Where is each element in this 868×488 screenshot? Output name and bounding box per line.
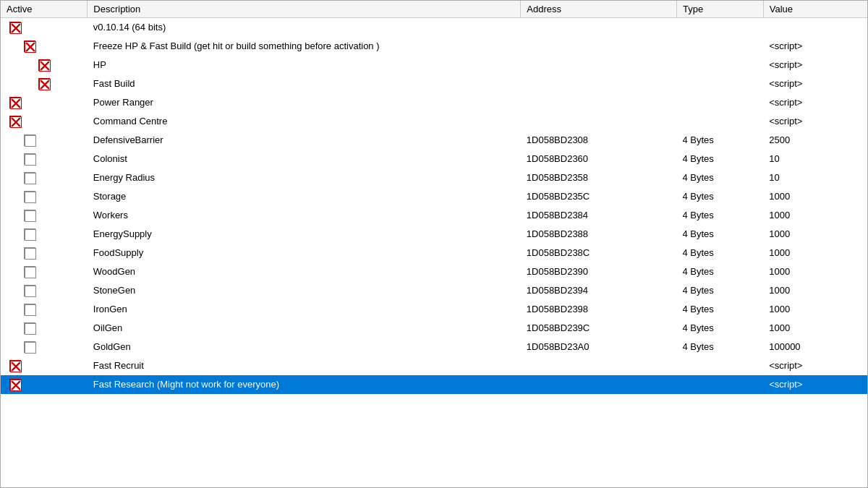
table-row[interactable]: v0.10.14 (64 bits) — [1, 18, 867, 37]
svg-rect-29 — [25, 342, 36, 353]
description-cell: Energy Radius — [88, 168, 521, 187]
value-cell: <script> — [763, 37, 867, 56]
address-cell: 1D058BD239C — [521, 319, 677, 338]
value-cell: <script> — [763, 112, 867, 131]
checkbox-empty[interactable] — [24, 210, 35, 221]
checkbox-cross[interactable] — [38, 78, 50, 90]
address-cell — [521, 356, 677, 375]
table-row[interactable]: WoodGen1D058BD23904 Bytes1000 — [1, 262, 867, 281]
table-row[interactable]: FoodSupply1D058BD238C4 Bytes1000 — [1, 244, 867, 262]
description-cell: Freeze HP & Fast Build (get hit or build… — [88, 37, 521, 56]
checkbox-cross[interactable] — [9, 97, 21, 108]
checkbox-empty[interactable] — [24, 266, 35, 278]
value-cell: 1000 — [763, 244, 867, 262]
description-cell: v0.10.14 (64 bits) — [88, 18, 521, 37]
checkbox-cross[interactable] — [9, 116, 21, 127]
checkbox-empty[interactable] — [24, 247, 35, 259]
checkbox-empty[interactable] — [24, 304, 35, 315]
table-row[interactable]: StoneGen1D058BD23944 Bytes1000 — [1, 281, 867, 300]
table-row[interactable]: Storage1D058BD235C4 Bytes1000 — [1, 187, 867, 206]
type-cell — [676, 112, 763, 131]
address-cell: 1D058BD235C — [521, 187, 677, 206]
value-cell: 1000 — [763, 206, 867, 225]
table-row[interactable]: DefensiveBarrier1D058BD23084 Bytes2500 — [1, 131, 867, 150]
address-cell: 1D058BD2358 — [521, 168, 677, 187]
table-row[interactable]: Freeze HP & Fast Build (get hit or build… — [1, 37, 867, 56]
table-row[interactable]: OilGen1D058BD239C4 Bytes1000 — [1, 319, 867, 338]
table-row[interactable]: Colonist1D058BD23604 Bytes10 — [1, 150, 867, 168]
checkbox-empty[interactable] — [24, 285, 35, 296]
checkbox-cross[interactable] — [38, 59, 50, 71]
table-row[interactable]: Power Ranger<script> — [1, 93, 867, 112]
description-cell: OilGen — [88, 319, 521, 338]
table-row[interactable]: Energy Radius1D058BD23584 Bytes10 — [1, 168, 867, 187]
table-row[interactable]: Fast Build<script> — [1, 74, 867, 93]
value-cell: <script> — [763, 93, 867, 112]
value-cell: 2500 — [763, 131, 867, 150]
checkbox-empty[interactable] — [24, 172, 35, 184]
svg-rect-28 — [25, 323, 36, 334]
address-cell: 1D058BD2394 — [521, 281, 677, 300]
table-row[interactable]: Fast Research (Might not work for everyo… — [1, 375, 867, 394]
svg-rect-19 — [25, 154, 36, 165]
description-cell: Fast Research (Might not work for everyo… — [88, 375, 521, 394]
table-row[interactable]: GoldGen1D058BD23A04 Bytes100000 — [1, 338, 867, 356]
checkbox-empty[interactable] — [24, 191, 35, 202]
svg-rect-25 — [25, 267, 36, 278]
description-cell: DefensiveBarrier — [88, 131, 521, 150]
cheat-table[interactable]: Active Description Address Type Value — [0, 0, 868, 488]
address-cell: 1D058BD2388 — [521, 225, 677, 244]
svg-rect-20 — [25, 173, 36, 184]
svg-rect-23 — [25, 229, 36, 240]
address-cell: 1D058BD2384 — [521, 206, 677, 225]
checkbox-empty[interactable] — [24, 134, 35, 146]
table-row[interactable]: Command Centre<script> — [1, 112, 867, 131]
type-cell — [676, 356, 763, 375]
address-cell — [521, 56, 677, 74]
table-row[interactable]: Fast Recruit<script> — [1, 356, 867, 375]
checkbox-cross[interactable] — [9, 22, 21, 33]
type-cell: 4 Bytes — [676, 187, 763, 206]
checkbox-empty[interactable] — [24, 228, 35, 240]
type-cell: 4 Bytes — [676, 262, 763, 281]
checkbox-empty[interactable] — [24, 341, 35, 353]
description-cell: WoodGen — [88, 262, 521, 281]
description-cell: Colonist — [88, 150, 521, 168]
checkbox-empty[interactable] — [24, 153, 35, 165]
type-cell — [676, 37, 763, 56]
value-cell: 10 — [763, 168, 867, 187]
svg-rect-26 — [25, 286, 36, 296]
table-row[interactable]: EnergySupply1D058BD23884 Bytes1000 — [1, 225, 867, 244]
value-cell: 1000 — [763, 300, 867, 319]
description-cell: FoodSupply — [88, 244, 521, 262]
value-cell: 1000 — [763, 262, 867, 281]
type-cell — [676, 93, 763, 112]
type-cell: 4 Bytes — [676, 338, 763, 356]
checkbox-empty[interactable] — [24, 322, 35, 334]
checkbox-cross[interactable] — [9, 360, 21, 372]
table-row[interactable]: IronGen1D058BD23984 Bytes1000 — [1, 300, 867, 319]
table-row[interactable]: Workers1D058BD23844 Bytes1000 — [1, 206, 867, 225]
value-cell — [763, 18, 867, 37]
address-cell: 1D058BD23A0 — [521, 338, 677, 356]
type-cell — [676, 56, 763, 74]
checkbox-cross[interactable] — [9, 379, 21, 390]
value-cell: <script> — [763, 74, 867, 93]
address-cell — [521, 112, 677, 131]
checkbox-cross[interactable] — [24, 40, 35, 52]
col-header-type: Type — [676, 1, 763, 18]
type-cell: 4 Bytes — [676, 131, 763, 150]
type-cell: 4 Bytes — [676, 319, 763, 338]
col-header-description: Description — [88, 1, 521, 18]
table-row[interactable]: HP<script> — [1, 56, 867, 74]
value-cell: 1000 — [763, 225, 867, 244]
description-cell: HP — [88, 56, 521, 74]
value-cell: 1000 — [763, 281, 867, 300]
type-cell: 4 Bytes — [676, 225, 763, 244]
description-cell: Workers — [88, 206, 521, 225]
address-cell — [521, 18, 677, 37]
address-cell: 1D058BD238C — [521, 244, 677, 262]
description-cell: Fast Build — [88, 74, 521, 93]
value-cell: <script> — [763, 56, 867, 74]
value-cell: 1000 — [763, 187, 867, 206]
